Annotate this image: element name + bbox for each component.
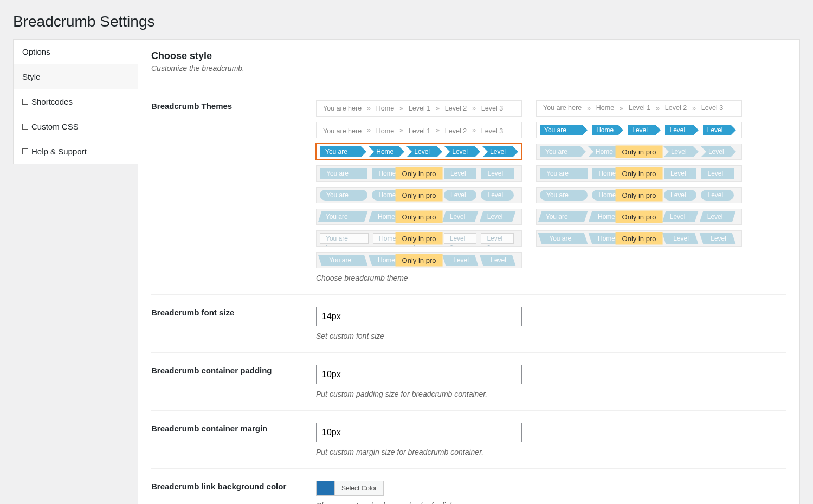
tab-label: Help & Support (31, 147, 87, 156)
pro-badge: Only in pro (616, 211, 663, 223)
field-label: Breadcrumb link background color (151, 481, 303, 504)
row-themes: Breadcrumb Themes You are here»Home»Leve… (151, 88, 786, 294)
tab-style[interactable]: Style (14, 64, 138, 89)
pro-badge: Only in pro (616, 167, 663, 180)
field-helper: Put custom margin size for breadcrumb co… (316, 448, 786, 456)
font-size-input[interactable] (316, 307, 522, 326)
field-helper: Choose breadcrumb theme (316, 274, 786, 282)
theme-option[interactable]: You are here»Home»Level 1»Level 2»Level … (536, 100, 742, 117)
color-picker[interactable]: Select Color (316, 481, 384, 496)
theme-option[interactable]: You are hereHomeLevel 1Level 2Level 3 (316, 144, 522, 160)
theme-option[interactable]: You are here»Home»Level 1»Level 2»Level … (316, 100, 522, 117)
page-title: Breadcrumb Settings (13, 13, 813, 30)
theme-option: You are hereHomeLevel 1Level 2Level 3Onl… (536, 144, 742, 160)
theme-option: You are hereHomeLevel 1Level 2Level 3Onl… (536, 187, 742, 203)
select-color-button[interactable]: Select Color (335, 481, 383, 495)
row-link-bg: Breadcrumb link background color Select … (151, 468, 786, 504)
padding-input[interactable] (316, 365, 522, 384)
theme-option: You are hereHomeLevel 1Level 2Level 3Onl… (316, 230, 522, 247)
theme-option: You are hereHomeLevel 1Level 2Level 3Onl… (536, 230, 742, 247)
pro-badge: Only in pro (396, 211, 443, 223)
pro-badge: Only in pro (396, 232, 443, 245)
pro-badge: Only in pro (616, 146, 663, 158)
theme-option[interactable]: You are here»Home»Level 1»Level 2»Level … (316, 122, 522, 138)
tab-label: Custom CSS (31, 122, 79, 131)
theme-option: You are hereHomeLevel 1Level 2Level 3Onl… (536, 209, 742, 225)
field-helper: Set custom font size (316, 332, 786, 340)
sidebar-tabs: Options Style Shortcodes Custom CSS Help… (13, 39, 138, 164)
square-icon (22, 148, 28, 154)
field-label: Breadcrumb container padding (151, 365, 303, 398)
tab-custom-css[interactable]: Custom CSS (14, 114, 138, 139)
theme-option[interactable]: You are hereHomeLevel 1Level 2Level 3 (536, 122, 742, 138)
theme-option: You are hereHomeLevel 1Level 2Level 3Onl… (316, 252, 522, 268)
pro-badge: Only in pro (616, 232, 663, 245)
pro-badge: Only in pro (616, 189, 663, 202)
square-icon (22, 99, 28, 105)
field-label: Breadcrumb Themes (151, 100, 303, 282)
tab-label: Options (22, 47, 50, 56)
pro-badge: Only in pro (396, 167, 443, 180)
margin-input[interactable] (316, 423, 522, 442)
row-margin: Breadcrumb container margin Put custom m… (151, 410, 786, 468)
row-padding: Breadcrumb container padding Put custom … (151, 352, 786, 410)
row-font-size: Breadcrumb font size Set custom font siz… (151, 294, 786, 352)
theme-option: You are hereHomeLevel 1Level 2Level 3Onl… (536, 165, 742, 182)
field-helper: Choose custom background color for links (316, 501, 786, 504)
field-label: Breadcrumb font size (151, 307, 303, 340)
theme-option: You are hereHomeLevel 1Level 2Level 3Onl… (316, 209, 522, 225)
field-helper: Put custom padding size for breadcrumb c… (316, 390, 786, 398)
tab-label: Style (22, 72, 40, 81)
pro-badge: Only in pro (396, 189, 443, 202)
section-desc: Customize the breadcrumb. (151, 64, 786, 73)
section-title: Choose style (151, 50, 786, 62)
tab-shortcodes[interactable]: Shortcodes (14, 89, 138, 114)
pro-badge: Only in pro (396, 254, 443, 267)
themes-grid: You are here»Home»Level 1»Level 2»Level … (316, 100, 786, 268)
tab-options[interactable]: Options (14, 40, 138, 64)
tab-label: Shortcodes (31, 97, 73, 106)
theme-option: You are hereHomeLevel 1Level 2Level 3Onl… (316, 165, 522, 182)
square-icon (22, 124, 28, 130)
theme-option: You are hereHomeLevel 1Level 2Level 3Onl… (316, 187, 522, 203)
field-label: Breadcrumb container margin (151, 423, 303, 456)
color-swatch[interactable] (317, 481, 335, 495)
settings-panel: Choose style Customize the breadcrumb. B… (138, 39, 800, 504)
tab-help-support[interactable]: Help & Support (14, 139, 138, 164)
